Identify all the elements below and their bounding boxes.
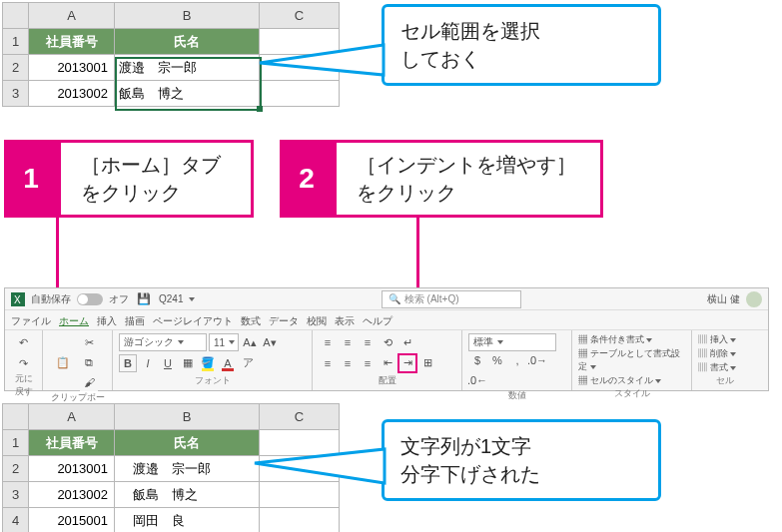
- align-center-button[interactable]: ≡: [339, 354, 357, 372]
- row-header[interactable]: 2: [3, 456, 29, 482]
- cell-empno[interactable]: 2013002: [29, 482, 115, 508]
- cell[interactable]: [260, 29, 340, 55]
- cell-empno[interactable]: 2013001: [29, 55, 115, 81]
- cell[interactable]: [260, 508, 340, 533]
- tab-home[interactable]: ホーム: [59, 314, 89, 328]
- format-painter-button[interactable]: 🖌: [80, 373, 98, 391]
- col-header-c[interactable]: C: [260, 404, 340, 430]
- bottom-spreadsheet: A B C 1 社員番号 氏名 2 2013001 渡邉 宗一郎 3 20130…: [2, 403, 340, 532]
- col-header-c[interactable]: C: [260, 3, 340, 29]
- row-header[interactable]: 1: [3, 29, 29, 55]
- cell[interactable]: [260, 456, 340, 482]
- select-all-corner[interactable]: [3, 3, 29, 29]
- tab-file[interactable]: ファイル: [11, 314, 51, 328]
- format-cells-button[interactable]: ▥ 書式: [698, 361, 752, 374]
- tab-help[interactable]: ヘルプ: [363, 314, 392, 328]
- col-header-b[interactable]: B: [115, 404, 260, 430]
- cell[interactable]: [260, 55, 340, 81]
- user-avatar-icon[interactable]: [746, 291, 762, 307]
- font-color-button[interactable]: A: [219, 354, 237, 372]
- cell-styles-button[interactable]: ▦ セルのスタイル: [578, 374, 685, 387]
- step-number: 2: [280, 140, 334, 218]
- align-top-button[interactable]: ≡: [319, 333, 337, 351]
- decrease-font-size-button[interactable]: A▾: [261, 333, 279, 351]
- row-header[interactable]: 1: [3, 430, 29, 456]
- increase-indent-button[interactable]: ⇥: [398, 354, 416, 372]
- cell-empno[interactable]: 2013002: [29, 81, 115, 107]
- callout-text: 文字列が1文字 分字下げされた: [400, 435, 540, 485]
- step-1: 1 ［ホーム］タブ をクリック: [4, 140, 254, 218]
- orientation-button[interactable]: ⟲: [379, 333, 396, 351]
- decrease-decimal-button[interactable]: .0←: [468, 371, 486, 389]
- cell[interactable]: [260, 81, 340, 107]
- format-as-table-button[interactable]: ▦ テーブルとして書式設定: [578, 347, 685, 373]
- cell-name-indented[interactable]: 渡邉 宗一郎: [115, 456, 260, 482]
- delete-cells-button[interactable]: ▥ 削除: [698, 347, 752, 360]
- cell-name-indented[interactable]: 岡田 良: [115, 508, 260, 533]
- autosave-toggle[interactable]: [77, 293, 103, 305]
- accounting-format-button[interactable]: $: [468, 351, 486, 369]
- tab-draw[interactable]: 描画: [125, 314, 145, 328]
- align-bottom-button[interactable]: ≡: [359, 333, 377, 351]
- percent-format-button[interactable]: %: [488, 351, 506, 369]
- fill-color-button[interactable]: 🪣: [199, 354, 217, 372]
- redo-button[interactable]: ↷: [15, 354, 33, 372]
- insert-cells-button[interactable]: ▥ 挿入: [698, 333, 752, 346]
- autosave-state: オフ: [109, 292, 129, 306]
- undo-button[interactable]: ↶: [15, 333, 33, 351]
- cell-name-indented[interactable]: 飯島 博之: [115, 482, 260, 508]
- top-spreadsheet: A B C 1 社員番号 氏名 2 2013001 渡邉 宗一郎 3 20130…: [2, 2, 340, 107]
- decrease-indent-button[interactable]: ⇤: [379, 354, 396, 372]
- merge-cells-button[interactable]: ⊞: [418, 354, 436, 372]
- wrap-text-button[interactable]: ↵: [398, 333, 416, 351]
- tab-insert[interactable]: 挿入: [97, 314, 117, 328]
- phonetic-button[interactable]: ア: [239, 354, 257, 372]
- tab-review[interactable]: 校閲: [307, 314, 327, 328]
- tab-data[interactable]: データ: [269, 314, 299, 328]
- search-box[interactable]: 🔍 検索 (Alt+Q): [382, 290, 521, 308]
- header-cell-empno[interactable]: 社員番号: [29, 430, 115, 456]
- align-left-button[interactable]: ≡: [319, 354, 337, 372]
- tab-view[interactable]: 表示: [335, 314, 355, 328]
- comma-format-button[interactable]: ,: [508, 351, 526, 369]
- header-cell-empno[interactable]: 社員番号: [29, 29, 115, 55]
- cell-empno[interactable]: 2013001: [29, 456, 115, 482]
- cell[interactable]: [260, 482, 340, 508]
- border-button[interactable]: ▦: [179, 354, 197, 372]
- tab-layout[interactable]: ページレイアウト: [153, 314, 233, 328]
- col-header-a[interactable]: A: [29, 3, 115, 29]
- cell-empno[interactable]: 2015001: [29, 508, 115, 533]
- row-header[interactable]: 3: [3, 81, 29, 107]
- row-header[interactable]: 2: [3, 55, 29, 81]
- paste-button[interactable]: 📋: [49, 346, 77, 378]
- header-cell-name[interactable]: 氏名: [115, 430, 260, 456]
- number-format-dropdown[interactable]: 標準: [468, 333, 556, 351]
- cell-name[interactable]: 渡邉 宗一郎: [115, 55, 260, 81]
- copy-button[interactable]: ⧉: [80, 353, 98, 371]
- conditional-formatting-button[interactable]: ▦ 条件付き書式: [578, 333, 685, 346]
- align-middle-button[interactable]: ≡: [339, 333, 357, 351]
- doc-menu-caret[interactable]: [189, 297, 195, 301]
- row-header[interactable]: 4: [3, 508, 29, 533]
- group-label-styles: スタイル: [578, 387, 685, 400]
- increase-decimal-button[interactable]: .0→: [528, 351, 546, 369]
- cell-name[interactable]: 飯島 博之: [115, 81, 260, 107]
- col-header-a[interactable]: A: [29, 404, 115, 430]
- font-size-dropdown[interactable]: 11: [209, 333, 239, 351]
- select-all-corner[interactable]: [3, 404, 29, 430]
- cell[interactable]: [260, 430, 340, 456]
- col-header-b[interactable]: B: [115, 3, 260, 29]
- italic-button[interactable]: I: [139, 354, 157, 372]
- row-header[interactable]: 3: [3, 482, 29, 508]
- number-format-value: 標準: [473, 335, 493, 349]
- bold-button[interactable]: B: [119, 354, 137, 372]
- cut-button[interactable]: ✂: [80, 333, 98, 351]
- increase-font-size-button[interactable]: A▴: [241, 333, 259, 351]
- header-cell-name[interactable]: 氏名: [115, 29, 260, 55]
- save-icon[interactable]: 💾: [135, 290, 153, 308]
- align-right-button[interactable]: ≡: [359, 354, 377, 372]
- tab-formulas[interactable]: 数式: [241, 314, 261, 328]
- font-name-dropdown[interactable]: 游ゴシック: [119, 333, 207, 351]
- underline-button[interactable]: U: [159, 354, 177, 372]
- search-placeholder: 検索 (Alt+Q): [404, 292, 459, 306]
